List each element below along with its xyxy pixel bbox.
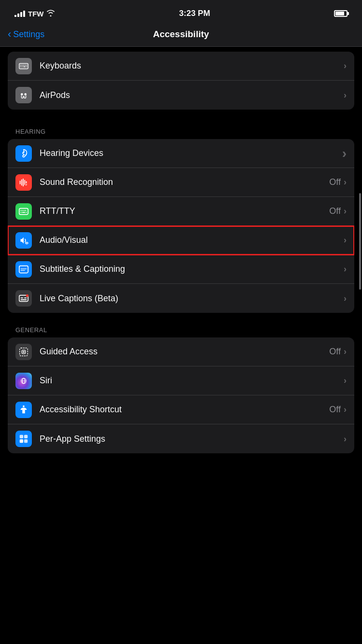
guided-access-label: Guided Access [40,347,97,357]
accessibility-shortcut-chevron: › [344,405,347,415]
row-subtitles[interactable]: Subtitles & Captioning › [8,255,354,284]
accessibility-shortcut-label: Accessibility Shortcut [40,405,122,415]
page-content: Keyboards › AirPods › [0,47,362,477]
airpods-label: AirPods [40,90,70,100]
nav-header: ‹ Settings Accessibility [0,24,362,47]
airpods-chevron: › [344,90,347,100]
rtt-tty-icon [15,203,32,220]
svg-rect-22 [24,210,25,211]
svg-rect-31 [21,270,25,270]
subtitles-chevron: › [344,264,347,274]
live-captions-content: Live Captions (Beta) › [40,294,347,304]
svg-point-28 [27,242,28,243]
svg-rect-13 [20,181,21,184]
guided-access-content: Guided Access Off › [40,347,347,357]
svg-rect-7 [22,66,23,67]
svg-rect-44 [24,435,28,438]
sound-recognition-content: Sound Recognition Off › [40,177,347,187]
signal-bar-4 [23,11,25,17]
hearing-devices-label: Hearing Devices [40,148,103,158]
subtitles-content: Subtitles & Captioning › [40,264,347,274]
svg-rect-43 [20,435,23,438]
row-live-captions[interactable]: Live Captions (Beta) › [8,284,354,313]
guided-access-value: Off [329,347,341,357]
svg-rect-25 [22,211,25,212]
hearing-devices-chevron: › [342,146,347,161]
per-app-settings-content: Per-App Settings › [40,434,347,444]
status-left: TFW [14,10,55,18]
back-chevron-icon: ‹ [8,29,11,40]
svg-rect-30 [21,268,27,269]
svg-rect-6 [20,66,21,67]
row-sound-recognition[interactable]: Sound Recognition Off › [8,168,354,197]
audio-visual-right: › [344,235,347,245]
live-captions-chevron: › [344,294,347,304]
svg-rect-19 [19,208,28,214]
signal-bars [14,11,25,17]
accessibility-shortcut-icon [15,402,32,418]
svg-rect-29 [19,266,28,273]
svg-rect-20 [21,210,22,211]
svg-rect-45 [20,439,23,443]
sound-recognition-icon [15,174,32,191]
sound-recognition-label: Sound Recognition [40,177,113,187]
row-siri[interactable]: Siri › [8,366,354,395]
hearing-devices-icon [15,145,32,162]
per-app-settings-chevron: › [344,434,347,444]
audio-visual-content: Audio/Visual › [40,235,347,245]
audio-visual-chevron: › [344,235,347,245]
hearing-devices-right: › [342,146,347,161]
live-captions-right: › [344,294,347,304]
row-hearing-devices[interactable]: Hearing Devices › [8,139,354,168]
back-button[interactable]: ‹ Settings [8,29,44,40]
status-time: 3:23 PM [179,9,210,18]
svg-rect-23 [25,210,26,211]
svg-point-36 [26,294,29,297]
svg-rect-0 [19,63,28,69]
rtt-tty-right: Off › [329,206,347,216]
svg-point-10 [21,93,23,96]
signal-bar-2 [17,14,19,17]
svg-rect-14 [21,179,22,185]
row-accessibility-shortcut[interactable]: Accessibility Shortcut Off › [8,395,354,424]
subtitles-label: Subtitles & Captioning [40,264,125,274]
svg-rect-46 [24,439,28,443]
accessibility-shortcut-right: Off › [329,405,347,415]
siri-right: › [344,376,347,386]
accessibility-shortcut-content: Accessibility Shortcut Off › [40,405,347,415]
row-guided-access[interactable]: Guided Access Off › [8,337,354,366]
guided-access-chevron: › [344,347,347,357]
svg-rect-33 [21,297,24,298]
airpods-right: › [344,90,347,100]
per-app-settings-label: Per-App Settings [40,434,105,444]
svg-rect-1 [20,65,21,66]
svg-rect-3 [23,65,24,66]
keyboards-label: Keyboards [40,61,81,71]
general-section: Guided Access Off › Siri › [8,337,354,453]
scroll-indicator [359,193,361,290]
live-captions-icon [15,290,32,307]
row-per-app-settings[interactable]: Per-App Settings › [8,424,354,453]
svg-rect-24 [21,211,22,212]
audio-visual-label: Audio/Visual [40,235,88,245]
battery-icon [334,10,348,17]
live-captions-label: Live Captions (Beta) [40,294,118,304]
general-section-header: GENERAL [0,322,362,337]
row-audio-visual[interactable]: Audio/Visual › [8,226,354,255]
hearing-section: Hearing Devices › Sound R [8,139,354,313]
row-airpods[interactable]: AirPods › [8,81,354,110]
guided-access-icon [15,344,32,360]
rtt-tty-content: RTT/TTY Off › [40,206,347,216]
row-keyboards[interactable]: Keyboards › [8,52,354,81]
page-title: Accessibility [153,29,209,40]
audio-visual-icon [15,232,32,249]
row-rtt-tty[interactable]: RTT/TTY Off › [8,197,354,226]
top-group: Keyboards › AirPods › [8,52,354,110]
subtitles-right: › [344,264,347,274]
svg-rect-34 [24,297,27,298]
back-label: Settings [13,29,44,40]
svg-rect-15 [23,178,24,186]
sound-recognition-right: Off › [329,177,347,187]
sound-recognition-value: Off [329,177,341,187]
carrier-label: TFW [28,10,43,18]
